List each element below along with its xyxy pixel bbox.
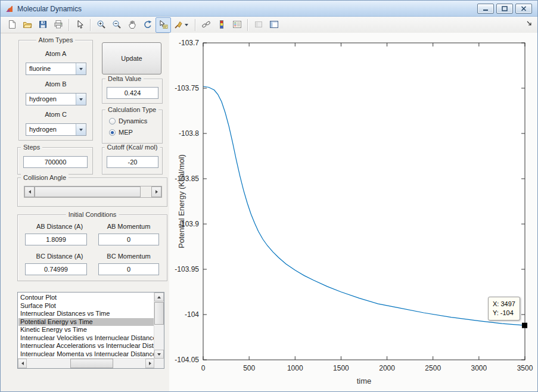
- y-tick-label: -103.95: [175, 265, 199, 273]
- datatip[interactable]: X: 3497 Y: -104: [488, 297, 520, 321]
- save-figure-button[interactable]: [35, 17, 51, 33]
- pointer-icon: [75, 20, 85, 30]
- brush-button[interactable]: [171, 17, 192, 33]
- open-folder-icon: [23, 20, 32, 30]
- zoom-out-button[interactable]: [109, 17, 125, 33]
- x-axis-label: time: [357, 377, 372, 385]
- show-plot-tools-icon: [269, 20, 279, 30]
- close-button[interactable]: [515, 4, 532, 14]
- insert-colorbar-button[interactable]: [214, 17, 229, 33]
- toolbar-separator: [195, 19, 196, 31]
- open-file-button[interactable]: [20, 17, 35, 33]
- x-tick-label: 2500: [425, 364, 441, 372]
- axes-background: [203, 43, 525, 360]
- print-figure-button[interactable]: [51, 17, 66, 33]
- new-figure-icon: [7, 20, 17, 30]
- zoom-out-icon: [112, 20, 122, 30]
- legend-icon: [232, 20, 242, 30]
- x-tick-label: 1500: [333, 364, 349, 372]
- datatip-marker: [522, 323, 527, 328]
- hide-plot-tools-button[interactable]: [251, 17, 266, 33]
- link-icon: [201, 20, 211, 30]
- x-tick-label: 2000: [379, 364, 395, 372]
- colorbar-icon: [217, 20, 226, 30]
- figure-toolbar: [1, 17, 537, 33]
- pan-button[interactable]: [125, 17, 140, 33]
- brush-dropdown-icon[interactable]: [184, 18, 189, 32]
- x-tick-label: 3000: [471, 364, 487, 372]
- toolbar-separator: [90, 19, 91, 31]
- rotate-icon: [143, 20, 153, 30]
- y-tick-label: -104.05: [175, 356, 199, 364]
- show-plot-tools-button[interactable]: [266, 17, 282, 33]
- x-tick-label: 0: [201, 364, 206, 372]
- title-bar[interactable]: Molecular Dynamics: [1, 1, 537, 17]
- toolbar-separator: [247, 19, 248, 31]
- datatip-x: X: 3497: [493, 300, 515, 309]
- zoom-in-button[interactable]: [94, 17, 109, 33]
- save-icon: [38, 20, 48, 30]
- close-icon: [521, 6, 527, 11]
- hide-plot-tools-icon: [254, 20, 263, 30]
- minimize-button[interactable]: [477, 4, 494, 14]
- datatip-y: Y: -104: [493, 309, 515, 318]
- app-icon: [5, 4, 14, 15]
- new-figure-button[interactable]: [4, 17, 20, 33]
- edit-plot-button[interactable]: [72, 17, 88, 33]
- brush-icon: [174, 20, 184, 30]
- y-tick-label: -103.75: [175, 84, 199, 92]
- toolbar-separator: [69, 19, 70, 31]
- plot-area[interactable]: 0500100015002000250030003500-103.7-103.7…: [1, 33, 538, 392]
- link-plot-button[interactable]: [198, 17, 214, 33]
- print-icon: [54, 20, 63, 30]
- y-tick-label: -104: [185, 310, 199, 319]
- data-cursor-icon: [158, 20, 168, 30]
- rotate-3d-button[interactable]: [140, 17, 156, 33]
- maximize-icon: [502, 6, 508, 11]
- x-tick-label: 500: [243, 364, 255, 372]
- zoom-in-icon: [97, 20, 106, 30]
- window-title: Molecular Dynamics: [17, 5, 82, 13]
- maximize-button[interactable]: [496, 4, 513, 14]
- data-cursor-button[interactable]: [156, 17, 171, 33]
- dock-figure-icon[interactable]: [526, 20, 533, 28]
- x-tick-label: 1000: [287, 364, 303, 372]
- x-tick-label: 3500: [517, 364, 533, 372]
- hand-icon: [127, 20, 137, 30]
- figure-window: Molecular Dynamics: [0, 0, 538, 392]
- insert-legend-button[interactable]: [229, 17, 245, 33]
- y-tick-label: -103.8: [179, 129, 199, 138]
- minimize-icon: [483, 6, 489, 11]
- y-axis-label: Potential Energy (Kcal/mol): [177, 154, 186, 248]
- y-tick-label: -103.7: [179, 39, 199, 47]
